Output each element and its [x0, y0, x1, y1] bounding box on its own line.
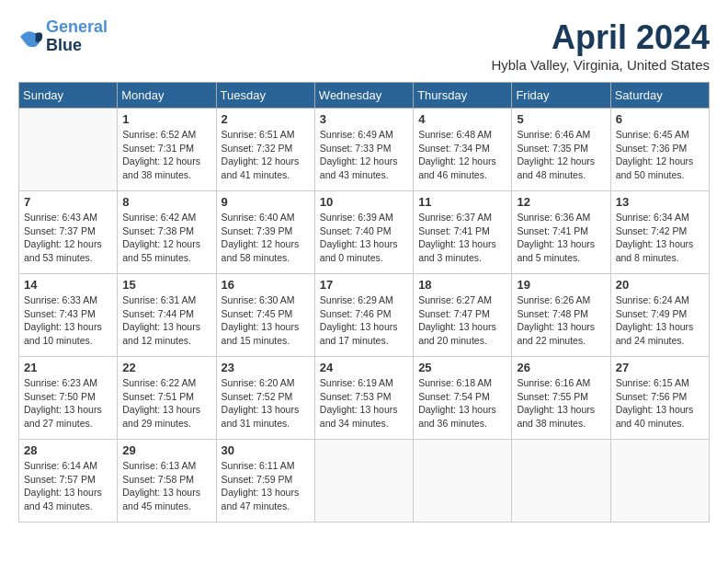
day-info: Sunrise: 6:26 AM Sunset: 7:48 PM Dayligh…: [517, 293, 605, 348]
calendar-cell: 2Sunrise: 6:51 AM Sunset: 7:32 PM Daylig…: [216, 109, 314, 191]
day-header-wednesday: Wednesday: [314, 83, 413, 109]
day-number: 26: [517, 361, 605, 374]
day-info: Sunrise: 6:13 AM Sunset: 7:58 PM Dayligh…: [122, 459, 210, 513]
calendar-cell: 22Sunrise: 6:22 AM Sunset: 7:51 PM Dayli…: [118, 357, 216, 440]
day-header-sunday: Sunday: [19, 83, 118, 109]
calendar-cell: 26Sunrise: 6:16 AM Sunset: 7:55 PM Dayli…: [512, 357, 610, 440]
day-header-thursday: Thursday: [414, 83, 512, 109]
calendar-cell: 10Sunrise: 6:39 AM Sunset: 7:40 PM Dayli…: [314, 191, 413, 274]
calendar-cell: 13Sunrise: 6:34 AM Sunset: 7:42 PM Dayli…: [610, 191, 709, 274]
calendar-cell: 15Sunrise: 6:31 AM Sunset: 7:44 PM Dayli…: [118, 274, 216, 357]
day-number: 18: [418, 278, 506, 292]
day-info: Sunrise: 6:40 AM Sunset: 7:39 PM Dayligh…: [222, 211, 310, 265]
logo-icon: [18, 27, 44, 47]
day-number: 5: [517, 112, 605, 126]
day-number: 13: [616, 195, 704, 209]
calendar-cell: [19, 109, 118, 191]
calendar-cell: 23Sunrise: 6:20 AM Sunset: 7:52 PM Dayli…: [216, 357, 314, 440]
page-header: GeneralBlue April 2024 Hybla Valley, Vir…: [18, 18, 710, 73]
calendar-cell: 24Sunrise: 6:19 AM Sunset: 7:53 PM Dayli…: [314, 357, 413, 440]
day-info: Sunrise: 6:22 AM Sunset: 7:51 PM Dayligh…: [122, 376, 210, 431]
calendar-cell: 8Sunrise: 6:42 AM Sunset: 7:38 PM Daylig…: [118, 191, 216, 274]
day-number: 9: [222, 195, 310, 209]
day-number: 11: [418, 195, 506, 209]
day-info: Sunrise: 6:15 AM Sunset: 7:56 PM Dayligh…: [616, 376, 704, 431]
calendar-cell: 4Sunrise: 6:48 AM Sunset: 7:34 PM Daylig…: [414, 109, 512, 191]
calendar-cell: 6Sunrise: 6:45 AM Sunset: 7:36 PM Daylig…: [610, 109, 709, 191]
calendar-cell: 1Sunrise: 6:52 AM Sunset: 7:31 PM Daylig…: [118, 109, 216, 191]
calendar-table: SundayMondayTuesdayWednesdayThursdayFrid…: [18, 82, 710, 523]
day-header-friday: Friday: [512, 83, 610, 109]
calendar-cell: 18Sunrise: 6:27 AM Sunset: 7:47 PM Dayli…: [414, 274, 512, 357]
day-header-monday: Monday: [118, 83, 216, 109]
calendar-cell: 25Sunrise: 6:18 AM Sunset: 7:54 PM Dayli…: [414, 357, 512, 440]
title-block: April 2024 Hybla Valley, Virginia, Unite…: [491, 18, 710, 73]
calendar-cell: 11Sunrise: 6:37 AM Sunset: 7:41 PM Dayli…: [414, 191, 512, 274]
day-number: 10: [320, 195, 408, 209]
location-title: Hybla Valley, Virginia, United States: [491, 57, 710, 73]
day-number: 15: [122, 278, 210, 292]
day-info: Sunrise: 6:30 AM Sunset: 7:45 PM Dayligh…: [222, 293, 310, 348]
calendar-cell: 30Sunrise: 6:11 AM Sunset: 7:59 PM Dayli…: [216, 440, 314, 523]
day-number: 29: [122, 443, 210, 457]
day-info: Sunrise: 6:20 AM Sunset: 7:52 PM Dayligh…: [222, 376, 310, 431]
day-info: Sunrise: 6:33 AM Sunset: 7:43 PM Dayligh…: [24, 293, 112, 348]
calendar-cell: 17Sunrise: 6:29 AM Sunset: 7:46 PM Dayli…: [314, 274, 413, 357]
day-number: 7: [24, 195, 112, 209]
calendar-cell: 27Sunrise: 6:15 AM Sunset: 7:56 PM Dayli…: [610, 357, 709, 440]
day-number: 2: [222, 112, 310, 126]
day-number: 30: [222, 443, 310, 457]
day-number: 20: [616, 278, 704, 292]
day-info: Sunrise: 6:48 AM Sunset: 7:34 PM Dayligh…: [418, 128, 506, 182]
day-info: Sunrise: 6:36 AM Sunset: 7:41 PM Dayligh…: [517, 211, 605, 265]
calendar-cell: 29Sunrise: 6:13 AM Sunset: 7:58 PM Dayli…: [118, 440, 216, 523]
logo-text: GeneralBlue: [46, 18, 108, 55]
calendar-cell: 21Sunrise: 6:23 AM Sunset: 7:50 PM Dayli…: [19, 357, 118, 440]
day-number: 12: [517, 195, 605, 209]
day-number: 24: [320, 361, 408, 374]
day-number: 8: [122, 195, 210, 209]
calendar-cell: 7Sunrise: 6:43 AM Sunset: 7:37 PM Daylig…: [19, 191, 118, 274]
calendar-cell: [414, 440, 512, 523]
calendar-cell: [512, 440, 610, 523]
calendar-cell: 5Sunrise: 6:46 AM Sunset: 7:35 PM Daylig…: [512, 109, 610, 191]
day-info: Sunrise: 6:14 AM Sunset: 7:57 PM Dayligh…: [24, 459, 112, 513]
day-number: 25: [418, 361, 506, 374]
day-info: Sunrise: 6:34 AM Sunset: 7:42 PM Dayligh…: [616, 211, 704, 265]
day-number: 27: [616, 361, 704, 374]
day-number: 23: [222, 361, 310, 374]
day-info: Sunrise: 6:11 AM Sunset: 7:59 PM Dayligh…: [222, 459, 310, 513]
day-number: 14: [24, 278, 112, 292]
day-number: 6: [616, 112, 704, 126]
day-number: 21: [24, 361, 112, 374]
calendar-cell: [314, 440, 413, 523]
day-number: 22: [122, 361, 210, 374]
calendar-cell: 9Sunrise: 6:40 AM Sunset: 7:39 PM Daylig…: [216, 191, 314, 274]
day-number: 28: [24, 443, 112, 457]
day-info: Sunrise: 6:52 AM Sunset: 7:31 PM Dayligh…: [122, 128, 210, 182]
day-info: Sunrise: 6:16 AM Sunset: 7:55 PM Dayligh…: [517, 376, 605, 431]
day-info: Sunrise: 6:18 AM Sunset: 7:54 PM Dayligh…: [418, 376, 506, 431]
month-title: April 2024: [491, 18, 710, 57]
day-info: Sunrise: 6:42 AM Sunset: 7:38 PM Dayligh…: [122, 211, 210, 265]
calendar-cell: 3Sunrise: 6:49 AM Sunset: 7:33 PM Daylig…: [314, 109, 413, 191]
day-info: Sunrise: 6:24 AM Sunset: 7:49 PM Dayligh…: [616, 293, 704, 348]
calendar-cell: 12Sunrise: 6:36 AM Sunset: 7:41 PM Dayli…: [512, 191, 610, 274]
day-number: 3: [320, 112, 408, 126]
day-number: 17: [320, 278, 408, 292]
day-number: 19: [517, 278, 605, 292]
logo: GeneralBlue: [18, 18, 108, 55]
day-info: Sunrise: 6:29 AM Sunset: 7:46 PM Dayligh…: [320, 293, 408, 348]
day-info: Sunrise: 6:49 AM Sunset: 7:33 PM Dayligh…: [320, 128, 408, 182]
day-number: 16: [222, 278, 310, 292]
day-header-saturday: Saturday: [610, 83, 709, 109]
day-info: Sunrise: 6:23 AM Sunset: 7:50 PM Dayligh…: [24, 376, 112, 431]
day-info: Sunrise: 6:51 AM Sunset: 7:32 PM Dayligh…: [222, 128, 310, 182]
day-info: Sunrise: 6:43 AM Sunset: 7:37 PM Dayligh…: [24, 211, 112, 265]
calendar-cell: 20Sunrise: 6:24 AM Sunset: 7:49 PM Dayli…: [610, 274, 709, 357]
calendar-cell: 14Sunrise: 6:33 AM Sunset: 7:43 PM Dayli…: [19, 274, 118, 357]
day-info: Sunrise: 6:27 AM Sunset: 7:47 PM Dayligh…: [418, 293, 506, 348]
day-info: Sunrise: 6:39 AM Sunset: 7:40 PM Dayligh…: [320, 211, 408, 265]
day-info: Sunrise: 6:45 AM Sunset: 7:36 PM Dayligh…: [616, 128, 704, 182]
day-info: Sunrise: 6:19 AM Sunset: 7:53 PM Dayligh…: [320, 376, 408, 431]
